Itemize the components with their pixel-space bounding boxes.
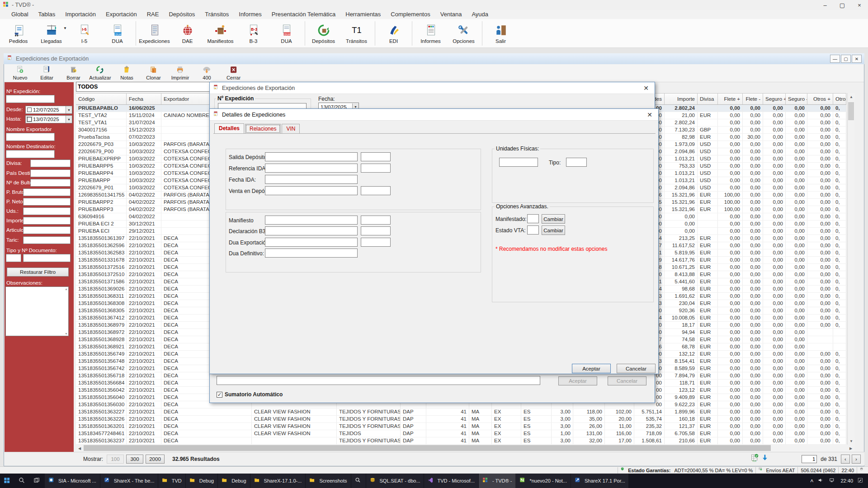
- filter-date-desde[interactable]: 12/07/2025▼: [25, 106, 72, 114]
- detalles-input-salida-dep-sito[interactable]: [265, 152, 358, 161]
- mdi-toolbar-button-clonar[interactable]: Clonar: [140, 64, 167, 81]
- filter-input-divisa[interactable]: [30, 160, 71, 167]
- detalles-input-venta-en-dep-sito[interactable]: [265, 186, 358, 195]
- toolbar-button-i-5[interactable]: I-5I-5: [68, 20, 101, 47]
- mdi-toolbar-button-actualizar[interactable]: Actualizar: [87, 64, 113, 81]
- menu-item-informes[interactable]: Informes: [234, 10, 267, 19]
- menu-item-ventana[interactable]: Ventana: [435, 10, 467, 19]
- hscroll-thumb[interactable]: [84, 445, 771, 451]
- filter-input-p-bruto[interactable]: [23, 188, 71, 196]
- detalles-input-dua-exportaci-n-2[interactable]: [361, 238, 391, 247]
- menu-item-exportaci-n[interactable]: Exportación: [101, 10, 142, 19]
- table-row[interactable]: 135183550136322722/10/2021DECACLEAR VIEW…: [76, 408, 846, 416]
- estado-vta-input[interactable]: [527, 225, 539, 235]
- next-page-button[interactable]: ›: [852, 455, 861, 464]
- vscroll-thumb[interactable]: [848, 102, 854, 120]
- menu-item-complementos[interactable]: Complementos: [386, 10, 435, 19]
- toolbar-button-pedidos[interactable]: Pedidos: [2, 20, 35, 47]
- page-number-input[interactable]: [802, 455, 817, 463]
- minimize-icon[interactable]: –: [816, 2, 834, 9]
- menu-item-importaci-n[interactable]: Importación: [60, 10, 101, 19]
- scroll-left-icon[interactable]: ◀: [76, 445, 83, 452]
- toolbar-button-dae[interactable]: DAE: [171, 20, 204, 47]
- scroll-up-icon[interactable]: ▲: [848, 93, 855, 100]
- taskbar-item-debug[interactable]: Debug: [218, 474, 250, 488]
- dialog1-close-icon[interactable]: ✕: [641, 84, 651, 92]
- taskbar-item-sharex-17-1-por[interactable]: ShareX 17.1 Por...: [571, 474, 629, 488]
- network-icon[interactable]: [829, 478, 836, 484]
- dialog1-aceptar-button[interactable]: Aceptar: [558, 376, 597, 385]
- restaurar-filtro-button[interactable]: Restaurar Filtro: [7, 267, 69, 277]
- detalles-input-referencia-ida[interactable]: [265, 164, 358, 173]
- textarea-scroll-down-icon[interactable]: ▼: [65, 332, 68, 335]
- tab-detalles[interactable]: Detalles: [214, 123, 244, 134]
- toolbar-button-dua[interactable]: DUASDUA: [101, 20, 134, 47]
- taskbar-item-nuevo20-not[interactable]: *nuevo20 - Not...: [516, 474, 571, 488]
- estado-vta-cambiar-button[interactable]: Cambiar: [542, 225, 565, 235]
- column-header-Código[interactable]: Código: [76, 94, 127, 104]
- filter-checkbox-hasta[interactable]: [27, 117, 32, 122]
- page-size-100-button[interactable]: 100: [107, 455, 124, 464]
- column-header-Flete -[interactable]: Flete -: [743, 94, 763, 104]
- scroll-down-icon[interactable]: ▼: [848, 437, 855, 445]
- filter-input-articulo[interactable]: [23, 226, 71, 234]
- taskbar-item-sharex-17-1-0[interactable]: ShareX-17.1.0-...: [250, 474, 306, 488]
- detalles-input-manifiesto[interactable]: [265, 216, 358, 225]
- taskbar-item-sql-seat-dbo[interactable]: SQL.SEAT - dbo...: [366, 474, 424, 488]
- menu-item-global[interactable]: Global: [6, 10, 33, 19]
- scroll-right-icon[interactable]: ▶: [847, 445, 854, 452]
- table-row[interactable]: 135183550136322622/10/2021DECACLEAR VIEW…: [76, 416, 846, 423]
- taskbar-search-icon[interactable]: [15, 474, 30, 488]
- detalles-input-dua-definitivo[interactable]: [265, 249, 358, 258]
- toolbar-button-salir[interactable]: Salir: [484, 20, 517, 47]
- toolbar-button-opciones[interactable]: Opciones: [447, 20, 480, 47]
- mdi-close-icon[interactable]: ✕: [852, 55, 862, 63]
- table-row[interactable]: 135183550136320122/10/2021DECACLEAR VIEW…: [76, 423, 846, 430]
- column-header-Importe[interactable]: Importe: [665, 94, 698, 104]
- volume-icon[interactable]: [818, 478, 825, 484]
- taskbar-item-sia-microsoft[interactable]: SIA - Microsoft ...: [45, 474, 100, 488]
- filter-checkbox-desde[interactable]: [27, 108, 32, 112]
- toolbar-button-informes[interactable]: Informes: [414, 20, 447, 47]
- textarea-scroll-up-icon[interactable]: ▲: [65, 287, 68, 291]
- manifestado-input[interactable]: [527, 214, 539, 223]
- vertical-scrollbar[interactable]: ▲ ▼: [847, 93, 854, 445]
- filter-date-dropdown-icon[interactable]: ▼: [66, 106, 72, 113]
- menu-item-dep-sitos[interactable]: Depósitos: [164, 10, 200, 19]
- tray-chevron-icon[interactable]: ˄: [810, 478, 814, 484]
- taskbar-item-tvd[interactable]: - TVD® -: [479, 474, 516, 488]
- page-size-2000-button[interactable]: 2000: [146, 455, 165, 464]
- toolbar-button-dua[interactable]: DUASDUA: [270, 20, 303, 47]
- filter-input-tipo-documento[interactable]: [6, 254, 21, 262]
- column-header-Otros -[interactable]: Otros -: [833, 94, 846, 104]
- start-button[interactable]: [0, 474, 15, 488]
- detalles-input-dua-exportaci-n[interactable]: [265, 238, 358, 247]
- detalles-input-declaraci-n-b3-2[interactable]: [361, 226, 391, 235]
- mdi-toolbar-button-borrar[interactable]: xBorrar: [60, 64, 87, 81]
- filter-input-n-expedici-n[interactable]: [6, 95, 55, 103]
- toolbar-button-expediciones[interactable]: Expediciones: [138, 20, 171, 47]
- mdi-toolbar-button-notas[interactable]: Notas: [113, 64, 140, 81]
- download-icon[interactable]: [762, 454, 770, 464]
- column-header-Flete +[interactable]: Flete +: [718, 94, 743, 104]
- detalles-input-venta-en-dep-sito-2[interactable]: [361, 186, 391, 195]
- mdi-toolbar-button-editar[interactable]: Editar: [33, 64, 60, 81]
- menu-item-tr-nsitos[interactable]: Tránsitos: [200, 10, 234, 19]
- maximize-icon[interactable]: ▢: [834, 2, 851, 9]
- close-icon[interactable]: ×: [851, 2, 868, 9]
- prev-page-button[interactable]: ‹: [841, 455, 850, 464]
- tab-vin[interactable]: VIN: [282, 124, 300, 134]
- detalles-cancelar-button[interactable]: Cancelar: [617, 364, 656, 373]
- toolbar-button-edi[interactable]: EDI: [377, 20, 410, 47]
- toolbar-button-manifiestos[interactable]: Manifiestos: [204, 20, 237, 47]
- filter-date-dropdown-icon[interactable]: ▼: [66, 116, 72, 123]
- filter-input-numero-documento[interactable]: [23, 254, 71, 262]
- unidades-input[interactable]: [499, 158, 538, 167]
- filter-input-p-neto[interactable]: [23, 198, 71, 206]
- taskbar-item-tvd-microsof[interactable]: TVD - Microsof...: [424, 474, 479, 488]
- mdi-toolbar-button-400[interactable]: 400: [193, 64, 220, 81]
- toolbar-button-tr-nsitos[interactable]: T1Tránsitos: [340, 20, 373, 47]
- filter-input-uds[interactable]: [23, 207, 71, 215]
- menu-item-herramientas[interactable]: Herramientas: [340, 10, 386, 19]
- xls-export-icon[interactable]: XLS: [751, 454, 760, 464]
